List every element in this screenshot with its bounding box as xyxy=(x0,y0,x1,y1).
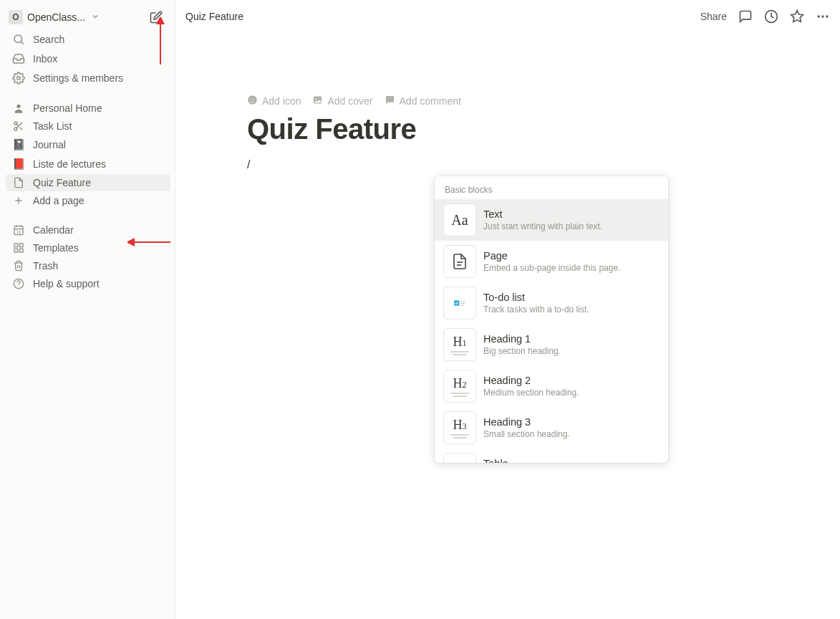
sidebar-label: Add a page xyxy=(33,195,85,206)
block-title: Heading 3 xyxy=(483,416,570,428)
sidebar-label: Search xyxy=(33,34,64,45)
block-option-page[interactable]: Page Embed a sub-page inside this page. xyxy=(435,241,668,282)
sidebar-item-calendar[interactable]: 16 Calendar xyxy=(6,221,170,239)
sidebar-label: Templates xyxy=(33,242,79,254)
search-icon xyxy=(11,33,26,46)
plus-icon xyxy=(11,195,26,206)
sidebar-item-trash[interactable]: Trash xyxy=(6,257,170,274)
action-label: Add cover xyxy=(327,95,372,107)
block-option-h1[interactable]: H1 Heading 1 Big section heading. xyxy=(435,324,668,365)
svg-point-30 xyxy=(251,99,252,100)
block-title: Text xyxy=(483,208,602,220)
svg-line-8 xyxy=(16,124,19,126)
breadcrumb[interactable]: Quiz Feature xyxy=(185,11,243,22)
workspace-switcher[interactable]: O OpenClass... xyxy=(6,6,170,30)
gear-icon xyxy=(11,72,26,85)
emoji-icon xyxy=(247,95,258,107)
menu-section-title: Basic blocks xyxy=(435,176,668,199)
comments-icon[interactable] xyxy=(738,9,753,24)
svg-text:16: 16 xyxy=(16,230,21,234)
block-option-table[interactable]: Table Add simple tabular content to your… xyxy=(435,448,668,463)
sidebar: O OpenClass... Search Inbox Settings & m… xyxy=(0,0,175,619)
page-title[interactable]: Quiz Feature xyxy=(247,113,840,145)
workspace-name: OpenClass... xyxy=(27,11,85,23)
block-option-h2[interactable]: H2 Heading 2 Medium section heading. xyxy=(435,365,668,407)
block-option-h3[interactable]: H3 Heading 3 Small section heading. xyxy=(435,407,668,448)
table-block-icon xyxy=(443,453,476,463)
sidebar-page-liste-de-lectures[interactable]: 📕 Liste de lectures xyxy=(6,155,170,173)
comment-icon xyxy=(385,95,395,107)
book-icon: 📕 xyxy=(11,158,26,171)
image-icon xyxy=(312,95,323,107)
sidebar-page-task-list[interactable]: Task List xyxy=(6,117,170,135)
block-desc: Track tasks with a to-do list. xyxy=(483,304,589,315)
sidebar-item-inbox[interactable]: Inbox xyxy=(6,49,170,68)
block-title: Heading 2 xyxy=(483,375,579,386)
favorite-icon[interactable] xyxy=(790,9,804,24)
h3-block-icon: H3 xyxy=(443,411,476,444)
sidebar-label: Journal xyxy=(33,139,66,150)
sidebar-label: Task List xyxy=(33,120,72,132)
add-comment-button[interactable]: Add comment xyxy=(385,95,461,107)
sidebar-item-settings[interactable]: Settings & members xyxy=(6,69,170,87)
svg-line-1 xyxy=(21,42,23,44)
block-title: Page xyxy=(483,250,620,261)
block-picker-menu: Basic blocks Aa Text Just start writing … xyxy=(435,176,668,463)
block-option-todo[interactable]: To-do list Track tasks with a to-do list… xyxy=(435,282,668,324)
workspace-badge: O xyxy=(9,10,23,24)
svg-point-5 xyxy=(14,128,17,130)
svg-point-2 xyxy=(17,77,21,80)
sidebar-page-personal-home[interactable]: Personal Home xyxy=(6,100,170,117)
scissors-icon xyxy=(11,120,26,132)
add-cover-button[interactable]: Add cover xyxy=(312,95,372,107)
sidebar-label: Inbox xyxy=(33,53,57,64)
sidebar-label: Settings & members xyxy=(33,72,123,84)
page-block-icon xyxy=(443,245,476,278)
inbox-icon xyxy=(11,52,26,65)
chevron-down-icon xyxy=(91,11,100,23)
svg-point-29 xyxy=(248,95,257,105)
sidebar-page-quiz-feature[interactable]: Quiz Feature xyxy=(6,174,170,191)
more-icon[interactable] xyxy=(816,9,830,24)
sidebar-page-journal[interactable]: 📓 Journal xyxy=(6,135,170,154)
page-header-actions: Add icon Add cover Add comment xyxy=(247,95,840,107)
block-desc: Small section heading. xyxy=(483,429,570,439)
notebook-icon: 📓 xyxy=(11,138,26,151)
svg-rect-36 xyxy=(454,300,459,305)
slash-input[interactable]: / xyxy=(247,158,840,171)
svg-line-7 xyxy=(20,128,23,130)
sidebar-item-search[interactable]: Search xyxy=(6,30,170,49)
svg-point-26 xyxy=(818,15,820,17)
new-page-button[interactable] xyxy=(148,9,165,26)
svg-point-27 xyxy=(821,15,824,17)
svg-marker-25 xyxy=(791,11,803,22)
svg-point-4 xyxy=(14,122,17,125)
person-icon xyxy=(11,102,26,114)
calendar-icon: 16 xyxy=(11,224,26,236)
sidebar-label: Personal Home xyxy=(33,102,102,114)
block-desc: Big section heading. xyxy=(483,346,561,356)
add-icon-button[interactable]: Add icon xyxy=(247,95,301,107)
svg-rect-17 xyxy=(19,244,23,247)
sidebar-item-help[interactable]: Help & support xyxy=(6,275,170,292)
block-title: To-do list xyxy=(483,292,589,303)
document-icon xyxy=(11,177,26,188)
block-option-text[interactable]: Aa Text Just start writing with plain te… xyxy=(435,199,668,241)
svg-rect-16 xyxy=(14,244,18,247)
svg-rect-19 xyxy=(14,249,18,252)
trash-icon xyxy=(11,260,26,272)
sidebar-label: Trash xyxy=(33,260,58,272)
block-desc: Embed a sub-page inside this page. xyxy=(483,263,620,273)
share-button[interactable]: Share xyxy=(700,11,727,22)
sidebar-add-page[interactable]: Add a page xyxy=(6,192,170,209)
svg-rect-18 xyxy=(19,249,23,252)
action-label: Add comment xyxy=(400,95,461,107)
sidebar-item-templates[interactable]: Templates xyxy=(6,239,170,256)
help-icon xyxy=(11,278,26,289)
history-icon[interactable] xyxy=(764,9,778,24)
topbar: Quiz Feature Share xyxy=(175,0,840,33)
sidebar-label: Calendar xyxy=(33,224,74,236)
h1-block-icon: H1 xyxy=(443,328,476,361)
sidebar-label: Help & support xyxy=(33,278,100,289)
todo-block-icon xyxy=(443,287,476,320)
